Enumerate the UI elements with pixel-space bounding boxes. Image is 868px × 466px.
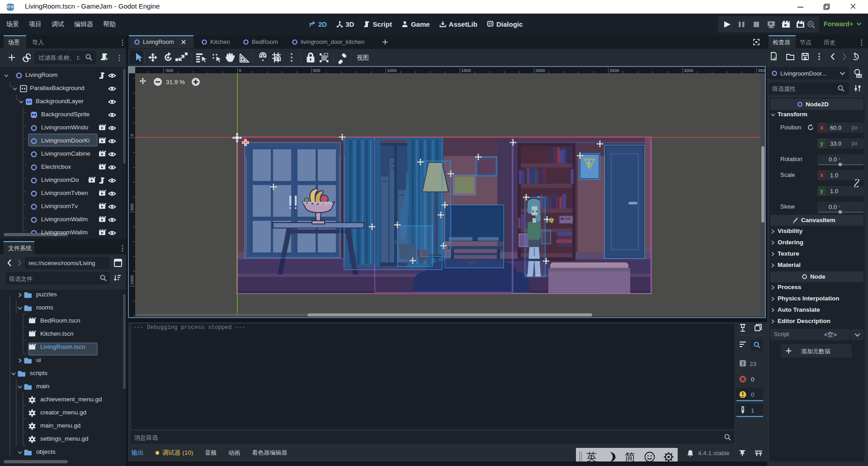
svg-text:DOC: DOC [857,75,863,78]
svg-text:2000: 2000 [536,68,545,73]
svg-text:23: 23 [750,361,756,367]
svg-text:0: 0 [751,391,755,398]
svg-text:1000: 1000 [129,275,134,285]
svg-text:0: 0 [751,376,755,383]
svg-text:0: 0 [129,134,134,136]
svg-text:500: 500 [313,68,321,73]
svg-text:1000: 1000 [387,68,397,73]
svg-text:500: 500 [129,204,134,211]
svg-text:2500: 2500 [610,68,619,73]
svg-text:0: 0 [239,68,241,73]
svg-text:-500: -500 [165,68,174,73]
svg-text:1: 1 [751,407,755,414]
svg-text:31.9 %: 31.9 % [166,79,185,86]
svg-text:3500: 3500 [758,68,765,73]
svg-text:3000: 3000 [684,68,693,73]
svg-text:1500: 1500 [462,68,471,73]
